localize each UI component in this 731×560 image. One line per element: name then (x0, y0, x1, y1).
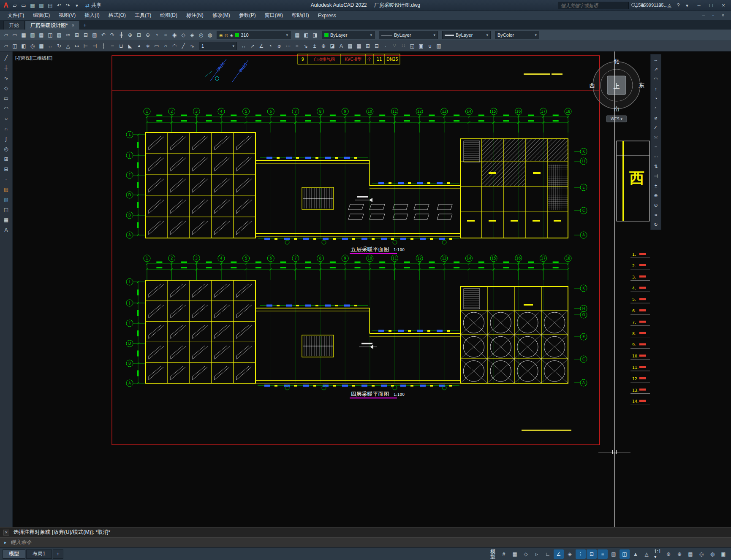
copy-clip-icon[interactable]: ⊞ (73, 31, 81, 39)
divide-icon[interactable]: ∵ (390, 42, 399, 50)
explode-icon[interactable]: ∗ (144, 42, 152, 50)
add-layout-tab[interactable]: + (53, 549, 63, 559)
move-icon[interactable]: ↔ (46, 42, 54, 50)
make-object-layer-current-icon[interactable]: ◎ (197, 31, 205, 39)
table-icon[interactable]: ▦ (355, 42, 363, 50)
tab-close-icon[interactable]: × (72, 23, 74, 28)
redo-icon[interactable]: ↷ (64, 1, 72, 10)
drawing-canvas[interactable]: [-][俯视][二维线框] 12345678910111213141516171… (13, 51, 731, 527)
dim-angular-icon[interactable]: ∠ (257, 42, 266, 50)
transparency-icon[interactable]: ▨ (609, 549, 619, 559)
insert-block-icon[interactable]: ⊞ (2, 154, 11, 163)
dim-arc-length-icon[interactable]: ◠ (651, 75, 660, 83)
center-mark-icon[interactable]: ⊕ (651, 191, 660, 200)
save-as-icon[interactable]: ▥ (37, 1, 46, 10)
circle-icon[interactable]: ○ (161, 42, 170, 50)
text-multiline-icon[interactable]: ▤ (346, 42, 354, 50)
dim-break-icon[interactable]: ⊣ (651, 172, 660, 180)
undo-icon[interactable]: ↶ (99, 31, 108, 39)
hatch-icon[interactable]: ▨ (2, 185, 11, 194)
dim-angular-icon[interactable]: ∠ (651, 123, 660, 132)
point-icon[interactable]: ∙ (2, 175, 11, 184)
layer-states-icon[interactable]: ▤ (293, 31, 302, 39)
plot-icon[interactable]: ▤ (37, 31, 46, 39)
layer-unisolate-icon[interactable]: ◨ (311, 31, 319, 39)
dim-baseline-icon[interactable]: ≡ (651, 143, 660, 151)
share-button[interactable]: ⇄ 共享 (85, 2, 101, 9)
redo-icon[interactable]: ↷ (108, 31, 117, 39)
dim-space-icon[interactable]: ⇅ (651, 162, 660, 170)
dynamic-input-icon[interactable]: ▹ (532, 549, 542, 559)
publish-icon[interactable]: ▧ (55, 31, 63, 39)
plotstyle-combo[interactable]: ByColor ▾ (495, 31, 539, 39)
array-icon[interactable]: ▦ (37, 42, 46, 50)
rectangle-icon[interactable]: ▭ (2, 94, 11, 103)
zoom-window-icon[interactable]: ⊡ (135, 31, 143, 39)
layer-isolate-icon[interactable]: ◧ (302, 31, 310, 39)
layout1-tab[interactable]: 布局1 (26, 549, 52, 559)
dim-baseline-icon[interactable]: ≡ (293, 42, 301, 50)
menu-file[interactable]: 文件(F) (3, 12, 28, 19)
linetype-combo[interactable]: ByLayer ▾ (379, 31, 438, 39)
layer-dropdown-icon[interactable]: ▾ (286, 33, 288, 37)
dim-inspect-icon[interactable]: ⊙ (651, 201, 660, 209)
style-combo[interactable]: 1 ▾ (199, 42, 237, 50)
layer-combo[interactable]: ◉ ◎ ◈ 310 ▾ (217, 31, 291, 39)
multileader-icon[interactable]: ↘ (302, 42, 310, 50)
menu-dimension[interactable]: 标注(N) (182, 12, 208, 19)
dim-radius-icon[interactable]: ◔ (266, 42, 274, 50)
stretch-icon[interactable]: ↦ (73, 42, 81, 50)
revision-cloud-icon[interactable]: ∩ (2, 124, 11, 133)
layer-on-off-icon[interactable]: ◉ (170, 31, 179, 39)
tab-drawing[interactable]: 厂房采暖设计图* × (25, 21, 80, 30)
app-logo-icon[interactable]: A (2, 1, 10, 10)
dim-linear-icon[interactable]: ↔ (239, 42, 248, 50)
user-id[interactable]: 15059991135... (647, 1, 656, 10)
region-icon[interactable]: ◱ (2, 205, 11, 214)
linetype-dropdown-icon[interactable]: ▾ (433, 33, 435, 37)
open-icon[interactable]: ▭ (11, 31, 19, 39)
save-icon[interactable]: ▦ (19, 31, 28, 39)
new-icon[interactable]: ▱ (2, 31, 10, 39)
spline-icon[interactable]: ∫ (2, 134, 11, 143)
table-icon[interactable]: ▦ (2, 215, 11, 224)
layer-properties-icon[interactable]: ≡ (161, 31, 170, 39)
properties-palette-icon[interactable]: ▥ (435, 42, 443, 50)
dim-diameter-icon[interactable]: ⌀ (651, 114, 660, 122)
tolerance-icon[interactable]: ± (310, 42, 319, 50)
doc-restore-icon[interactable]: ▫ (709, 12, 718, 19)
zoom-realtime-icon[interactable]: ⊕ (126, 31, 134, 39)
match-properties-icon[interactable]: ▨ (90, 31, 99, 39)
polar-tracking-icon[interactable]: ∠ (554, 549, 564, 559)
break-icon[interactable]: ┄ (108, 42, 117, 50)
dim-continue-icon[interactable]: ⋯ (651, 152, 660, 161)
lineweight-combo[interactable]: ByLayer ▾ (442, 31, 491, 39)
paste-icon[interactable]: ⊟ (82, 31, 90, 39)
dim-aligned-icon[interactable]: ↗ (248, 42, 257, 50)
boundary-icon[interactable]: ▣ (417, 42, 425, 50)
save-as-icon[interactable]: ▥ (28, 31, 37, 39)
doc-close-icon[interactable]: × (718, 12, 728, 19)
new-file-icon[interactable]: ▱ (11, 1, 19, 10)
pan-icon[interactable]: ╋ (117, 31, 125, 39)
polyline-icon[interactable]: ∿ (2, 73, 11, 82)
layer-previous-icon[interactable]: ◍ (206, 31, 214, 39)
cut-icon[interactable]: ✂ (64, 31, 72, 39)
layer-lock-icon[interactable]: ◈ (188, 31, 196, 39)
object-snap-icon[interactable]: ⊡ (587, 549, 597, 559)
osnap-tracking-icon[interactable]: ⋮ (576, 549, 586, 559)
quick-properties-icon[interactable]: ▤ (685, 549, 696, 559)
menu-insert[interactable]: 插入(I) (80, 12, 103, 19)
line-icon[interactable]: ╱ (2, 53, 11, 62)
group-icon[interactable]: ∪ (426, 42, 434, 50)
join-icon[interactable]: ⊔ (117, 42, 125, 50)
search-icon[interactable] (630, 2, 637, 8)
autoscale-icon[interactable]: ◬ (641, 549, 652, 559)
annotation-scale[interactable]: 1:1 ▾ (652, 549, 663, 559)
help-menu-icon[interactable]: ▾ (683, 1, 691, 10)
annotation-monitor-icon[interactable]: ⊕ (674, 549, 685, 559)
menu-parametric[interactable]: 参数(P) (235, 12, 260, 19)
color-dropdown-icon[interactable]: ▾ (370, 33, 372, 37)
menu-view[interactable]: 视图(V) (54, 12, 80, 19)
zoom-previous-icon[interactable]: ⊖ (144, 31, 152, 39)
